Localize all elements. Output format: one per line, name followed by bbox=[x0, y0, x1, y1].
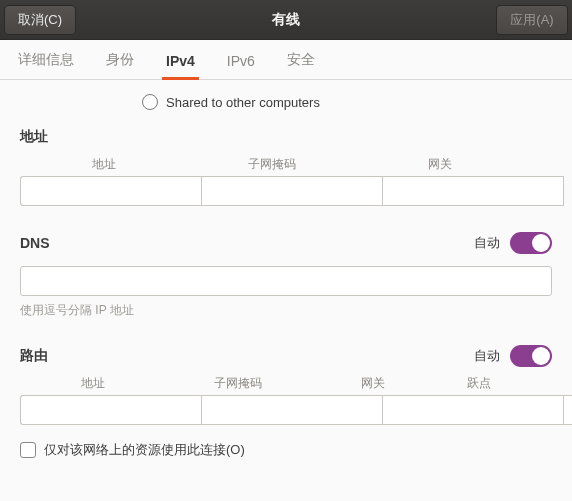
addresses-header-row: 地址 子网掩码 网关 bbox=[20, 156, 552, 173]
netmask-input[interactable] bbox=[201, 176, 382, 206]
route-gateway-input[interactable] bbox=[382, 395, 563, 425]
route-address-input[interactable] bbox=[20, 395, 201, 425]
method-shared-label: Shared to other computers bbox=[166, 95, 320, 110]
dns-auto-label: 自动 bbox=[474, 234, 500, 252]
gateway-input[interactable] bbox=[382, 176, 564, 206]
routes-auto-toggle[interactable] bbox=[510, 345, 552, 367]
address-input[interactable] bbox=[20, 176, 201, 206]
tab-ipv4[interactable]: IPv4 bbox=[164, 53, 197, 79]
route-metric-input[interactable] bbox=[563, 395, 572, 425]
apply-button[interactable]: 应用(A) bbox=[496, 5, 568, 35]
dns-hint: 使用逗号分隔 IP 地址 bbox=[20, 302, 552, 319]
routes-columns: 地址 子网掩码 网关 跃点 bbox=[20, 375, 552, 392]
addresses-row bbox=[20, 176, 552, 206]
titlebar: 取消(C) 有线 应用(A) bbox=[0, 0, 572, 40]
tab-details[interactable]: 详细信息 bbox=[16, 51, 76, 79]
cancel-button[interactable]: 取消(C) bbox=[4, 5, 76, 35]
method-shared-row: Shared to other computers bbox=[142, 94, 552, 110]
routes-col-metric: 跃点 bbox=[434, 375, 524, 392]
only-this-network-row: 仅对该网络上的资源使用此连接(O) bbox=[20, 441, 552, 459]
only-this-network-label: 仅对该网络上的资源使用此连接(O) bbox=[44, 441, 245, 459]
tab-ipv6[interactable]: IPv6 bbox=[225, 53, 257, 79]
routes-row bbox=[20, 395, 552, 425]
routes-col-netmask: 子网掩码 bbox=[166, 375, 312, 392]
routes-auto-label: 自动 bbox=[474, 347, 500, 365]
routes-col-address: 地址 bbox=[20, 375, 166, 392]
tab-security[interactable]: 安全 bbox=[285, 51, 317, 79]
dns-heading: DNS bbox=[20, 235, 50, 251]
routes-heading: 路由 bbox=[20, 347, 48, 365]
dns-input[interactable] bbox=[20, 266, 552, 296]
address-delete-button[interactable] bbox=[564, 176, 572, 206]
only-this-network-checkbox[interactable] bbox=[20, 442, 36, 458]
addresses-col-netmask: 子网掩码 bbox=[188, 156, 356, 173]
dns-auto-toggle[interactable] bbox=[510, 232, 552, 254]
route-netmask-input[interactable] bbox=[201, 395, 382, 425]
ipv4-panel: Shared to other computers 地址 地址 子网掩码 网关 … bbox=[0, 80, 572, 479]
tabs: 详细信息 身份 IPv4 IPv6 安全 bbox=[0, 40, 572, 80]
addresses-heading: 地址 bbox=[20, 128, 552, 146]
addresses-col-gateway: 网关 bbox=[356, 156, 524, 173]
tab-identity[interactable]: 身份 bbox=[104, 51, 136, 79]
routes-col-gateway: 网关 bbox=[311, 375, 434, 392]
window-title: 有线 bbox=[0, 11, 572, 29]
addresses-col-address: 地址 bbox=[20, 156, 188, 173]
dns-header-row: DNS 自动 bbox=[20, 232, 552, 254]
method-shared-radio[interactable] bbox=[142, 94, 158, 110]
routes-header-row: 路由 自动 bbox=[20, 345, 552, 367]
